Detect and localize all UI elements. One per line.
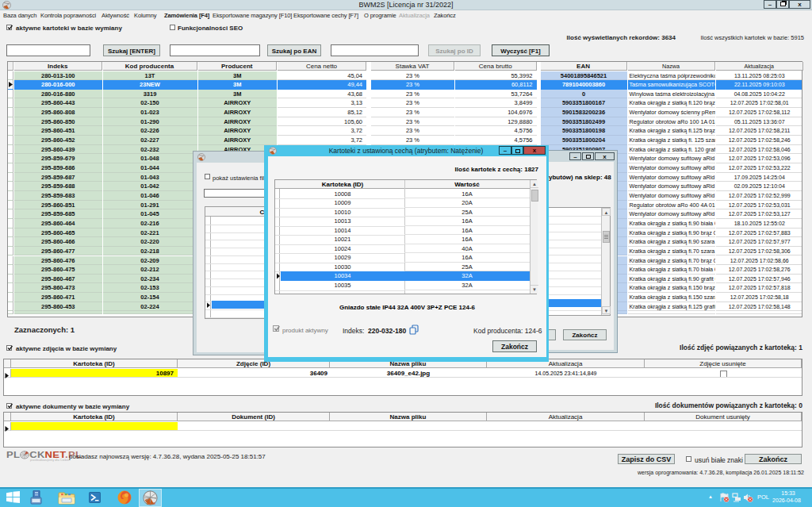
svg-text:BWM: BWM bbox=[147, 501, 155, 505]
